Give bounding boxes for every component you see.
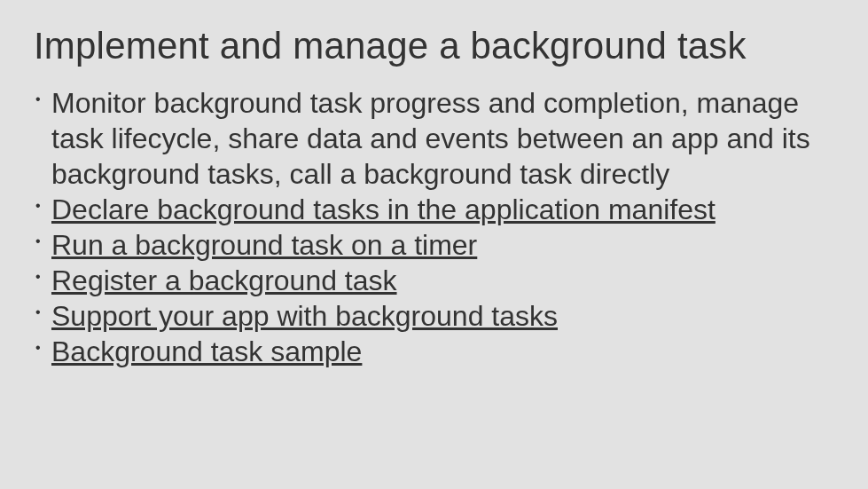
bullet-link[interactable]: Register a background task bbox=[51, 264, 397, 296]
slide-title: Implement and manage a background task bbox=[34, 25, 834, 67]
list-item: Register a background task bbox=[34, 263, 834, 298]
bullet-link[interactable]: Background task sample bbox=[51, 335, 362, 367]
list-item: Run a background task on a timer bbox=[34, 227, 834, 263]
slide: Implement and manage a background task M… bbox=[0, 0, 868, 369]
bullet-text: Monitor background task progress and com… bbox=[51, 87, 810, 190]
list-item: Monitor background task progress and com… bbox=[34, 85, 834, 192]
list-item: Background task sample bbox=[34, 334, 834, 369]
bullet-link[interactable]: Run a background task on a timer bbox=[51, 229, 477, 261]
bullet-list: Monitor background task progress and com… bbox=[34, 85, 834, 369]
bullet-link[interactable]: Declare background tasks in the applicat… bbox=[51, 193, 716, 225]
list-item: Declare background tasks in the applicat… bbox=[34, 192, 834, 227]
bullet-link[interactable]: Support your app with background tasks bbox=[51, 300, 558, 332]
list-item: Support your app with background tasks bbox=[34, 298, 834, 334]
